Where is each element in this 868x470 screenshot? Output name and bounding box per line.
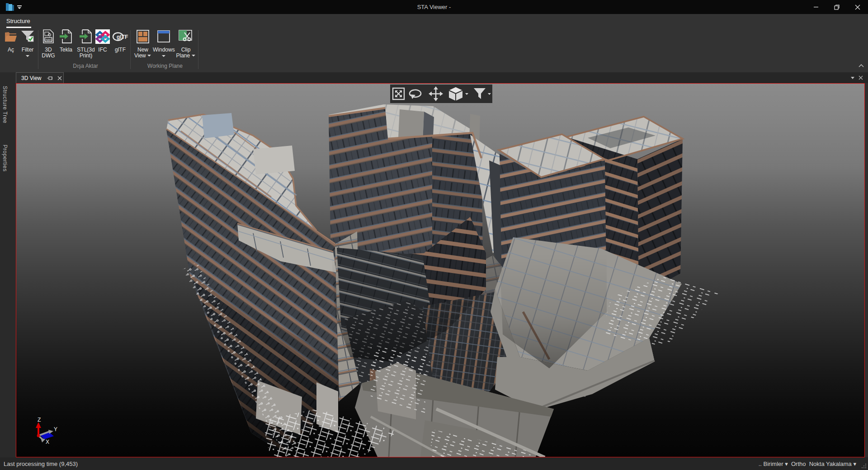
svg-text:DWG: DWG [44,38,52,42]
svg-text:Z: Z [38,417,41,423]
svg-text:glTF: glTF [117,34,128,40]
svg-text:Y: Y [54,426,57,432]
svg-text:X: X [46,439,49,445]
